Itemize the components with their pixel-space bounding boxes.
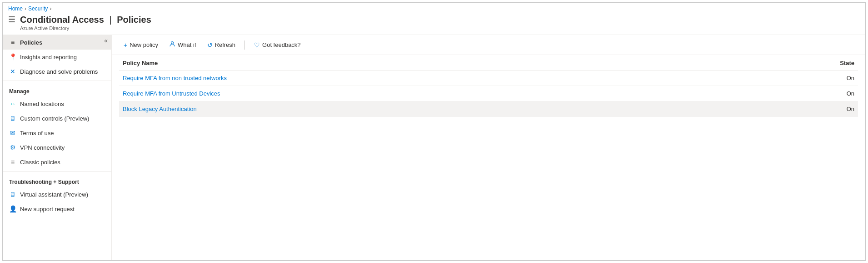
classic-policies-icon: ≡ bbox=[9, 158, 16, 166]
sidebar-section-troubleshooting: Troubleshooting + Support bbox=[3, 173, 111, 187]
page-title: Conditional Access | Policies bbox=[20, 15, 151, 25]
sidebar-item-label: Custom controls (Preview) bbox=[20, 115, 89, 122]
page-header: ☰ Conditional Access | Policies Azure Ac… bbox=[3, 13, 865, 35]
policy-name-cell: Block Legacy Authentication bbox=[119, 101, 738, 117]
sidebar-item-label: Virtual assistant (Preview) bbox=[20, 191, 88, 198]
virtual-assistant-icon: 🖥 bbox=[9, 191, 16, 198]
page-subtitle: Azure Active Directory bbox=[20, 25, 151, 31]
diagnose-icon: ✕ bbox=[9, 68, 16, 75]
table-row: Require MFA from non trusted networks On bbox=[119, 71, 858, 86]
new-policy-button[interactable]: + New policy bbox=[119, 39, 163, 51]
feedback-button[interactable]: ♡ Got feedback? bbox=[249, 39, 305, 51]
policy-table: Policy Name State Require MFA from non t… bbox=[119, 55, 858, 117]
sidebar-item-label: Policies bbox=[20, 39, 42, 46]
toolbar: + New policy What if ↺ Refresh bbox=[112, 35, 865, 55]
new-policy-label: New policy bbox=[130, 41, 158, 48]
column-policy-name: Policy Name bbox=[119, 55, 738, 71]
sidebar: « ≡ Policies 📍 Insights and reporting ✕ … bbox=[3, 35, 112, 260]
sidebar-collapse-button[interactable]: « bbox=[104, 37, 108, 44]
sidebar-item-classic-policies[interactable]: ≡ Classic policies bbox=[3, 155, 111, 169]
policy-link-3[interactable]: Block Legacy Authentication bbox=[123, 106, 197, 112]
policy-name-cell: Require MFA from non trusted networks bbox=[119, 71, 738, 86]
custom-controls-icon: 🖥 bbox=[9, 115, 16, 122]
sidebar-divider bbox=[3, 81, 111, 81]
sidebar-section-manage: Manage bbox=[3, 83, 111, 96]
sidebar-item-label: New support request bbox=[20, 206, 75, 212]
sidebar-item-virtual-assistant[interactable]: 🖥 Virtual assistant (Preview) bbox=[3, 187, 111, 202]
table-row: Block Legacy Authentication On bbox=[119, 101, 858, 117]
state-cell-2: On bbox=[738, 86, 858, 101]
sidebar-item-label: VPN connectivity bbox=[20, 144, 65, 151]
refresh-label: Refresh bbox=[215, 41, 236, 48]
content-area: + New policy What if ↺ Refresh bbox=[112, 35, 865, 260]
breadcrumb-security[interactable]: Security bbox=[28, 5, 48, 12]
sidebar-item-label: Diagnose and solve problems bbox=[20, 68, 98, 75]
sidebar-item-terms-of-use[interactable]: ✉ Terms of use bbox=[3, 126, 111, 140]
column-state: State bbox=[738, 55, 858, 71]
what-if-button[interactable]: What if bbox=[165, 39, 200, 51]
policy-link-2[interactable]: Require MFA from Untrusted Devices bbox=[123, 90, 220, 97]
sidebar-item-custom-controls[interactable]: 🖥 Custom controls (Preview) bbox=[3, 111, 111, 126]
new-support-icon: 👤 bbox=[9, 205, 16, 212]
state-cell-3: On bbox=[738, 101, 858, 117]
sidebar-item-label: Classic policies bbox=[20, 159, 60, 166]
hamburger-icon[interactable]: ☰ bbox=[8, 15, 15, 24]
heart-icon: ♡ bbox=[254, 41, 260, 49]
sidebar-item-diagnose[interactable]: ✕ Diagnose and solve problems bbox=[3, 64, 111, 79]
what-if-label: What if bbox=[178, 41, 196, 48]
policy-name-cell: Require MFA from Untrusted Devices bbox=[119, 86, 738, 101]
feedback-label: Got feedback? bbox=[262, 41, 301, 48]
sidebar-divider-2 bbox=[3, 171, 111, 172]
plus-icon: + bbox=[124, 41, 127, 49]
table-row: Require MFA from Untrusted Devices On bbox=[119, 86, 858, 101]
table-area: Policy Name State Require MFA from non t… bbox=[112, 55, 865, 260]
terms-icon: ✉ bbox=[9, 129, 16, 137]
refresh-icon: ↺ bbox=[207, 41, 213, 49]
breadcrumb-home[interactable]: Home bbox=[8, 5, 23, 12]
sidebar-item-named-locations[interactable]: ↔ Named locations bbox=[3, 96, 111, 111]
state-cell-1: On bbox=[738, 71, 858, 86]
sidebar-item-label: Insights and reporting bbox=[20, 54, 77, 61]
policy-link-1[interactable]: Require MFA from non trusted networks bbox=[123, 75, 227, 81]
named-locations-icon: ↔ bbox=[9, 100, 16, 107]
sidebar-item-policies[interactable]: ≡ Policies bbox=[3, 35, 111, 50]
sidebar-item-label: Terms of use bbox=[20, 130, 54, 137]
sidebar-item-new-support[interactable]: 👤 New support request bbox=[3, 202, 111, 216]
svg-point-0 bbox=[171, 42, 174, 44]
breadcrumb: Home › Security › bbox=[3, 3, 865, 13]
sidebar-item-label: Named locations bbox=[20, 101, 64, 107]
vpn-icon: ⚙ bbox=[9, 144, 16, 151]
sidebar-item-insights[interactable]: 📍 Insights and reporting bbox=[3, 50, 111, 64]
refresh-button[interactable]: ↺ Refresh bbox=[203, 39, 240, 51]
toolbar-divider bbox=[244, 40, 245, 50]
insights-icon: 📍 bbox=[9, 53, 16, 61]
sidebar-item-vpn[interactable]: ⚙ VPN connectivity bbox=[3, 140, 111, 155]
policies-icon: ≡ bbox=[9, 39, 16, 46]
person-icon bbox=[169, 41, 175, 49]
